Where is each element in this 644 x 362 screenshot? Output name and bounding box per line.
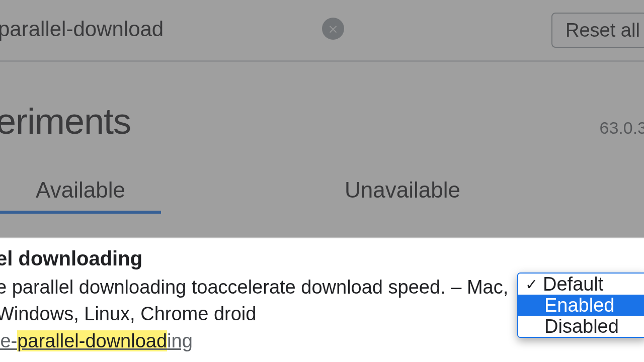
heading-row: eriments 63.0.3 (0, 101, 644, 142)
reset-all-button[interactable]: Reset all to de (551, 13, 644, 48)
flag-hash-suffix: ing (167, 330, 193, 351)
flag-hash-prefix: le- (0, 330, 17, 351)
tab-available[interactable]: Available (0, 166, 161, 214)
flag-description: e parallel downloading toaccelerate down… (0, 274, 509, 327)
tabs: Available Unavailable (0, 166, 644, 214)
search-bar: Reset all to de (0, 0, 644, 58)
clear-search-button[interactable] (322, 18, 344, 40)
close-icon (328, 23, 339, 34)
dropdown-option-disabled[interactable]: Disabled (518, 316, 644, 337)
flag-state-dropdown[interactable]: DefaultEnabledDisabled (517, 273, 644, 338)
search-input[interactable] (0, 17, 320, 41)
flag-title: el downloading (0, 247, 644, 270)
page-title: eriments (0, 101, 131, 142)
dropdown-option-default[interactable]: Default (518, 274, 644, 295)
tab-unavailable[interactable]: Unavailable (161, 166, 644, 214)
flag-hash-highlight: parallel-download (17, 330, 167, 351)
version-label: 63.0.3 (599, 118, 644, 138)
header-divider (0, 60, 644, 62)
dropdown-option-enabled[interactable]: Enabled (518, 295, 644, 316)
